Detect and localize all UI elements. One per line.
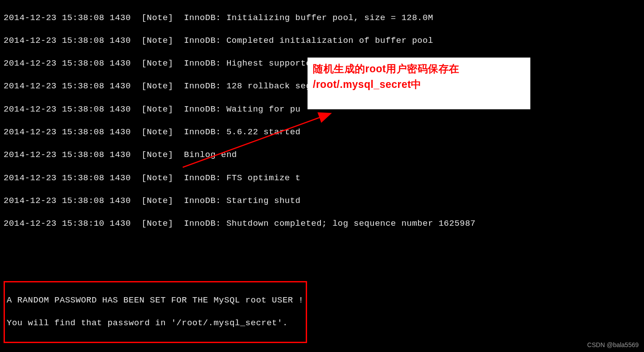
callout-line: 随机生成的root用户密码保存在 <box>313 61 525 77</box>
watermark: CSDN @bala5569 <box>587 341 639 349</box>
log-line: 2014-12-23 15:38:08 1430 [Note] Binlog e… <box>4 149 640 161</box>
log-line: 2014-12-23 15:38:08 1430 [Note] InnoDB: … <box>4 35 640 47</box>
callout-line: /root/.mysql_secret中 <box>313 77 525 92</box>
password-notice-box: A RANDOM PASSWORD HAS BEEN SET FOR THE M… <box>4 281 307 343</box>
log-line: 2014-12-23 15:38:08 1430 [Note] InnoDB: … <box>4 12 640 24</box>
log-line: 2014-12-23 15:38:08 1430 [Note] InnoDB: … <box>4 195 640 207</box>
password-notice-line: You will find that password in '/root/.m… <box>7 318 304 329</box>
password-notice-line: A RANDOM PASSWORD HAS BEEN SET FOR THE M… <box>7 295 304 306</box>
log-line: 2014-12-23 15:38:10 1430 [Note] InnoDB: … <box>4 218 640 230</box>
log-line: 2014-12-23 15:38:08 1430 [Note] InnoDB: … <box>4 127 640 138</box>
annotation-callout: 随机生成的root用户密码保存在 /root/.mysql_secret中 <box>308 58 530 109</box>
terminal-output: 2014-12-23 15:38:08 1430 [Note] InnoDB: … <box>4 1 640 352</box>
log-line: 2014-12-23 15:38:08 1430 [Note] InnoDB: … <box>4 173 640 184</box>
